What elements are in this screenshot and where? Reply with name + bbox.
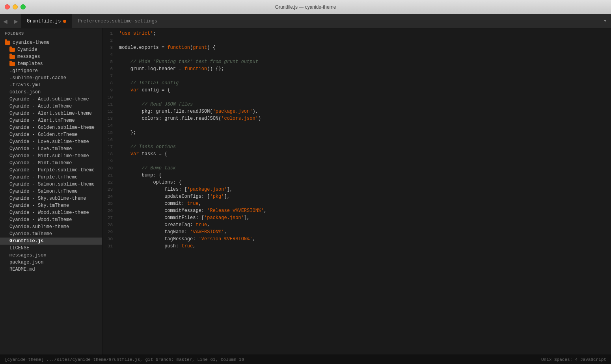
window-controls[interactable] xyxy=(5,4,26,9)
sidebar-header: FOLDERS xyxy=(0,28,102,39)
sidebar-item-mint-theme[interactable]: Cyanide - Mint.sublime-theme xyxy=(0,152,102,160)
folder-label: messages xyxy=(17,54,40,59)
folder-label: cyanide-theme xyxy=(13,40,50,45)
sidebar-item-cyanide-tmtheme[interactable]: Cyanide.tmTheme xyxy=(0,230,102,238)
code-content[interactable]: 1 'use strict'; 2 3 module.exports = fun… xyxy=(102,28,611,355)
sidebar-item-purple-tmtheme[interactable]: Cyanide - Purple.tmTheme xyxy=(0,174,102,181)
code-line-23: 23 files: ['package.json'], xyxy=(102,186,611,193)
code-line-18: 18 var tasks = { xyxy=(102,150,611,158)
code-line-22: 22 options: { xyxy=(102,179,611,186)
folder-icon xyxy=(9,48,15,52)
sidebar-item-cyanide[interactable]: Cyanide xyxy=(0,46,102,53)
code-line-10: 10 xyxy=(102,94,611,101)
sidebar-item-cyanide-theme-root[interactable]: cyanide-theme xyxy=(0,39,102,46)
code-line-15: 15 }; xyxy=(102,129,611,136)
sidebar-file-list[interactable]: cyanide-theme Cyanide messages templates… xyxy=(0,39,102,355)
status-bar: [cyanide-theme] .../sites/cyanide-theme/… xyxy=(0,355,611,364)
sidebar-item-cyanide-sublime-theme[interactable]: Cyanide.sublime-theme xyxy=(0,223,102,230)
sidebar-item-mint-tmtheme[interactable]: Cyanide - Mint.tmTheme xyxy=(0,160,102,167)
sidebar-item-golden-tmtheme[interactable]: Cyanide - Golden.tmTheme xyxy=(0,131,102,138)
folder-icon xyxy=(9,62,15,66)
code-line-26: 26 commitMessage: 'Release v%VERSION%', xyxy=(102,207,611,214)
tab-prev-button[interactable]: ◀ xyxy=(0,14,11,28)
tab-dropdown-icon[interactable]: ▼ xyxy=(604,19,606,23)
sidebar-item-messages-json[interactable]: messages.json xyxy=(0,252,102,259)
folder-icon xyxy=(5,41,10,45)
code-line-25: 25 commit: true, xyxy=(102,200,611,207)
code-line-30: 30 tagMessage: 'Version %VERSION%', xyxy=(102,236,611,243)
sidebar-item-sky-tmtheme[interactable]: Cyanide - Sky.tmTheme xyxy=(0,202,102,209)
code-line-1: 1 'use strict'; xyxy=(102,30,611,37)
code-line-11: 11 // Read JSON files xyxy=(102,101,611,108)
tab-bar: ◀ ▶ Gruntfile.js Preferences.sublime-set… xyxy=(0,14,611,28)
status-left: [cyanide-theme] .../sites/cyanide-theme/… xyxy=(5,357,244,362)
tab-gruntfile[interactable]: Gruntfile.js xyxy=(21,14,72,28)
code-line-14: 14 xyxy=(102,122,611,129)
tab-preferences-label: Preferences.sublime-settings xyxy=(78,19,157,24)
sidebar-item-salmon-tmtheme[interactable]: Cyanide - Salmon.tmTheme xyxy=(0,188,102,195)
code-line-16: 16 xyxy=(102,136,611,143)
sidebar-item-salmon-theme[interactable]: Cyanide - Salmon.sublime-theme xyxy=(0,181,102,188)
code-line-9: 9 var config = { xyxy=(102,87,611,94)
sidebar-item-wood-tmtheme[interactable]: Cyanide - Wood.tmTheme xyxy=(0,216,102,223)
sidebar-item-sky-theme[interactable]: Cyanide - Sky.sublime-theme xyxy=(0,195,102,202)
sidebar-item-acid-tmtheme[interactable]: Cyanide - Acid.tmTheme xyxy=(0,103,102,110)
sidebar-item-love-tmtheme[interactable]: Cyanide - Love.tmTheme xyxy=(0,145,102,152)
sidebar-item-gruntfile[interactable]: Gruntfile.js xyxy=(0,238,102,245)
close-button[interactable] xyxy=(5,4,10,9)
sidebar-item-templates[interactable]: templates xyxy=(0,60,102,67)
code-line-31: 31 push: true, xyxy=(102,243,611,250)
code-line-6: 6 grunt.log.header = function() {}; xyxy=(102,65,611,72)
sidebar-item-travis[interactable]: .travis.yml xyxy=(0,82,102,89)
code-line-8: 8 // Initial config xyxy=(102,80,611,87)
code-line-28: 28 createTag: true, xyxy=(102,221,611,228)
code-line-20: 20 // Bump task xyxy=(102,165,611,172)
sidebar-item-gitignore[interactable]: .gitignore xyxy=(0,67,102,74)
code-line-2: 2 xyxy=(102,37,611,44)
sidebar-item-alert-tmtheme[interactable]: Cyanide - Alert.tmTheme xyxy=(0,117,102,124)
sidebar-item-wood-theme[interactable]: Cyanide - Wood.sublime-theme xyxy=(0,209,102,216)
code-line-4: 4 xyxy=(102,51,611,58)
folder-label: Cyanide xyxy=(17,47,37,52)
sidebar-item-colors-json[interactable]: colors.json xyxy=(0,89,102,96)
code-line-5: 5 // Hide 'Running task' text from grunt… xyxy=(102,58,611,65)
tab-preferences[interactable]: Preferences.sublime-settings xyxy=(72,14,163,28)
sidebar-item-alert-theme[interactable]: Cyanide - Alert.sublime-theme xyxy=(0,110,102,117)
code-line-12: 12 pkg: grunt.file.readJSON('package.jso… xyxy=(102,108,611,115)
sidebar-item-sublime-grunt-cache[interactable]: .sublime-grunt.cache xyxy=(0,74,102,82)
code-line-27: 27 commitFiles: ['package.json'], xyxy=(102,214,611,221)
folder-icon xyxy=(9,55,15,59)
status-right: Unix Spaces: 4 JavaScript xyxy=(541,357,606,362)
window-title: Gruntfile.js — cyanide-theme xyxy=(275,4,336,10)
code-line-21: 21 bump: { xyxy=(102,172,611,179)
folder-label: templates xyxy=(17,61,43,67)
code-line-19: 19 xyxy=(102,158,611,165)
code-line-7: 7 xyxy=(102,72,611,80)
minimize-button[interactable] xyxy=(13,4,18,9)
code-line-24: 24 updateConfigs: ['pkg'], xyxy=(102,193,611,200)
code-line-29: 29 tagName: 'v%VERSION%', xyxy=(102,228,611,236)
sidebar-item-readme[interactable]: README.md xyxy=(0,266,102,273)
code-line-17: 17 // Tasks options xyxy=(102,143,611,150)
sidebar: FOLDERS cyanide-theme Cyanide messages t… xyxy=(0,28,102,355)
sidebar-item-license[interactable]: LICENSE xyxy=(0,245,102,252)
code-line-13: 13 colors: grunt.file.readJSON('colors.j… xyxy=(102,115,611,122)
main-content: FOLDERS cyanide-theme Cyanide messages t… xyxy=(0,28,611,355)
tab-modified-indicator xyxy=(63,20,66,23)
tab-next-button[interactable]: ▶ xyxy=(11,14,21,28)
code-line-3: 3 module.exports = function(grunt) { xyxy=(102,44,611,51)
sidebar-item-package-json[interactable]: package.json xyxy=(0,259,102,266)
maximize-button[interactable] xyxy=(20,4,26,9)
code-editor[interactable]: 1 'use strict'; 2 3 module.exports = fun… xyxy=(102,28,611,355)
sidebar-item-purple-theme[interactable]: Cyanide - Purple.sublime-theme xyxy=(0,167,102,174)
sidebar-item-messages[interactable]: messages xyxy=(0,53,102,60)
sidebar-item-acid-theme[interactable]: Cyanide - Acid.sublime-theme xyxy=(0,96,102,103)
tab-gruntfile-label: Gruntfile.js xyxy=(27,19,61,24)
sidebar-item-love-theme[interactable]: Cyanide - Love.sublime-theme xyxy=(0,138,102,145)
title-bar: Gruntfile.js — cyanide-theme xyxy=(0,0,611,14)
sidebar-item-golden-theme[interactable]: Cyanide - Golden.sublime-theme xyxy=(0,124,102,131)
